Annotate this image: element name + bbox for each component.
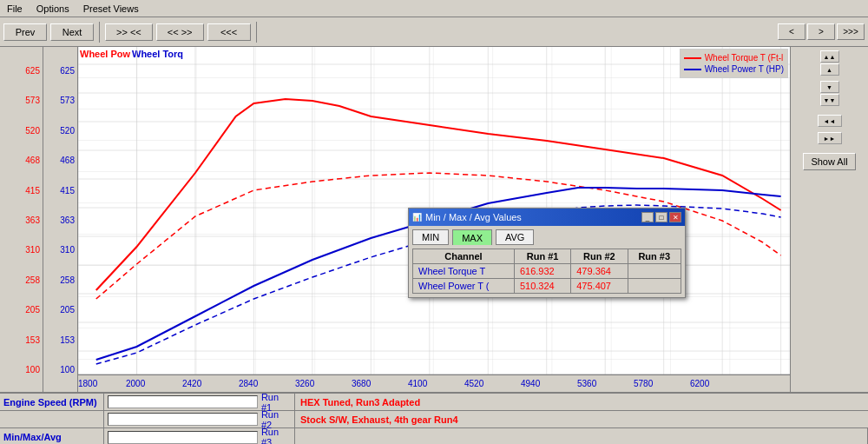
menu-preset-views[interactable]: Preset Views xyxy=(76,2,146,16)
y-label-blue-3: 468 xyxy=(43,156,77,165)
nav-left-button[interactable]: < xyxy=(778,23,806,40)
x-label-11: 6200 xyxy=(690,379,709,388)
toolbar-separator-1 xyxy=(99,22,100,43)
status-spacer-2 xyxy=(0,411,104,427)
scroll-left-double-button[interactable]: ◄◄ xyxy=(818,115,842,127)
dialog-tabs: MIN MAX AVG xyxy=(412,229,681,245)
zoom-in-button[interactable]: >> << xyxy=(105,23,153,41)
tab-min[interactable]: MIN xyxy=(412,229,449,245)
y-label-blue-7: 258 xyxy=(43,275,77,285)
x-label-3: 2840 xyxy=(239,379,258,388)
main-area: 625 573 520 468 415 363 310 258 205 153 … xyxy=(0,47,868,392)
col-channel: Channel xyxy=(413,249,515,264)
status-label-1: Engine Speed (RPM) xyxy=(0,394,104,410)
y-label-red-3: 468 xyxy=(0,156,43,165)
scroll-up-double-button[interactable]: ▲▲ xyxy=(820,50,839,63)
y-label-red-2: 520 xyxy=(0,126,43,136)
y-label-blue-1: 573 xyxy=(43,96,77,105)
zoom-out-button[interactable]: << >> xyxy=(156,23,204,41)
x-label-6: 4100 xyxy=(408,379,427,388)
y-axis-blue: 625 573 520 468 415 363 310 258 205 153 … xyxy=(43,47,78,392)
dialog-title-text: Min / Max / Avg Values xyxy=(425,212,522,222)
y-label-red-5: 363 xyxy=(0,215,43,225)
status-spacer-3 xyxy=(295,428,868,444)
tab-max[interactable]: MAX xyxy=(452,229,492,245)
menubar: File Options Preset Views xyxy=(0,0,868,17)
scroll-right-double-button[interactable]: ►► xyxy=(818,132,842,144)
y-label-red-4: 415 xyxy=(0,186,43,195)
tab-avg[interactable]: AVG xyxy=(496,229,534,245)
y-label-blue-6: 310 xyxy=(43,245,77,255)
y-label-blue-9: 153 xyxy=(43,335,77,345)
run3-label: Run #3 xyxy=(261,427,291,444)
row1-channel: Wheel Torque T xyxy=(413,264,515,279)
status-run1: Run #1 xyxy=(104,394,295,410)
y-label-red-9: 153 xyxy=(0,335,43,345)
legend: Wheel Torque T (Ft-l Wheel Power T (HP) xyxy=(680,49,788,78)
status-label-3: Min/Max/Avg xyxy=(0,428,104,444)
status-run3: Run #3 xyxy=(104,428,295,444)
status-bar: Engine Speed (RPM) Run #1 HEX Tuned, Run… xyxy=(0,392,868,444)
dialog-maximize-button[interactable]: □ xyxy=(655,212,667,222)
min-max-avg-dialog: 📊 Min / Max / Avg Values _ □ ✕ MIN MAX A… xyxy=(408,208,686,298)
col-run2: Run #2 xyxy=(571,249,628,264)
nav-right-button[interactable]: > xyxy=(807,23,835,40)
show-all-button[interactable]: Show All xyxy=(803,153,855,170)
y-label-blue-8: 205 xyxy=(43,305,77,315)
x-label-2: 2420 xyxy=(182,379,201,388)
legend-label-red: Wheel Torque T (Ft-l xyxy=(705,53,784,63)
dialog-icon: 📊 xyxy=(412,213,422,222)
dialog-minimize-button[interactable]: _ xyxy=(641,212,654,222)
y-label-red-0: 625 xyxy=(0,66,43,76)
col-run3: Run #3 xyxy=(628,249,681,264)
dialog-table: Channel Run #1 Run #2 Run #3 Wheel Torqu… xyxy=(412,249,681,294)
dialog-row-2: Wheel Power T ( 510.324 475.407 xyxy=(413,279,681,294)
nav-right2-button[interactable]: >>> xyxy=(837,23,865,40)
row1-run2: 479.364 xyxy=(571,264,628,279)
x-label-5: 3680 xyxy=(352,379,371,388)
status-row-2: Run #2 Stock S/W, Exhaust, 4th gear Run4 xyxy=(0,411,868,428)
legend-item-red: Wheel Torque T (Ft-l xyxy=(684,53,784,63)
prev-button[interactable]: Prev xyxy=(3,23,47,41)
y-label-blue-2: 520 xyxy=(43,126,77,136)
right-sidebar: ▲▲ ▲ ▼ ▼▼ ◄◄ ►► Show All xyxy=(790,47,868,392)
run3-input[interactable] xyxy=(108,431,258,444)
row2-run2: 475.407 xyxy=(571,279,628,294)
x-label-8: 4940 xyxy=(521,379,540,388)
legend-item-blue: Wheel Power T (HP) xyxy=(684,64,784,74)
dialog-row-1: Wheel Torque T 616.932 479.364 xyxy=(413,264,681,279)
row2-run3 xyxy=(628,279,681,294)
row2-run1: 510.324 xyxy=(514,279,570,294)
scroll-down-button[interactable]: ▼ xyxy=(820,81,839,93)
y-label-red-1: 573 xyxy=(0,96,43,105)
vert-scroll-up-group: ▲▲ ▲ xyxy=(820,50,839,76)
legend-line-red xyxy=(684,57,701,59)
scroll-up-button[interactable]: ▲ xyxy=(820,63,839,76)
dialog-close-button[interactable]: ✕ xyxy=(669,212,681,222)
legend-label-blue: Wheel Power T (HP) xyxy=(705,64,784,74)
toolbar-right-nav: < > >>> xyxy=(778,23,865,40)
dialog-title-area: 📊 Min / Max / Avg Values xyxy=(412,212,522,222)
horiz-scroll-right-group: ►► xyxy=(818,132,842,144)
status-row-1: Engine Speed (RPM) Run #1 HEX Tuned, Run… xyxy=(0,394,868,411)
x-axis: 1800 2000 2420 2840 3260 3680 4100 4520 … xyxy=(78,374,790,392)
status-row-3: Min/Max/Avg Run #3 xyxy=(0,428,868,444)
scroll-down-double-button[interactable]: ▼▼ xyxy=(820,94,839,106)
next-button[interactable]: Next xyxy=(50,23,94,41)
y-label-red-6: 310 xyxy=(0,245,43,255)
y-label-red-8: 205 xyxy=(0,305,43,315)
zoom-reset-button[interactable]: <<< xyxy=(207,23,251,41)
menu-file[interactable]: File xyxy=(0,2,30,16)
dialog-titlebar: 📊 Min / Max / Avg Values _ □ ✕ xyxy=(409,209,685,226)
vert-scroll-down-group: ▼ ▼▼ xyxy=(820,81,839,106)
run1-input[interactable] xyxy=(108,395,258,408)
dialog-content: MIN MAX AVG Channel Run #1 Run #2 Run #3 xyxy=(409,226,685,297)
y-label-blue-0: 625 xyxy=(43,66,77,76)
menu-options[interactable]: Options xyxy=(30,2,76,16)
run2-input[interactable] xyxy=(108,413,258,426)
x-label-10: 5780 xyxy=(634,379,653,388)
col-run1: Run #1 xyxy=(514,249,570,264)
y-axis-red: 625 573 520 468 415 363 310 258 205 153 … xyxy=(0,47,43,392)
status-run2: Run #2 xyxy=(104,411,295,427)
x-label-0: 1800 xyxy=(78,379,97,388)
